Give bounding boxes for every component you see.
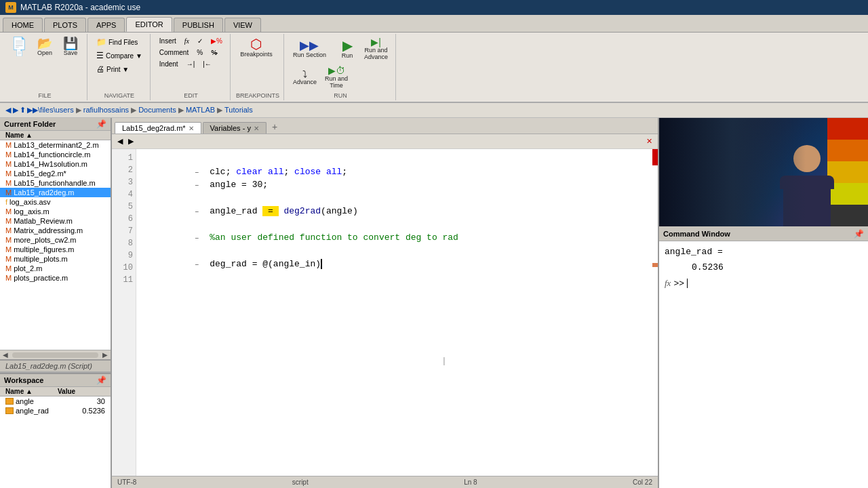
editor-tab-add[interactable]: + bbox=[268, 120, 281, 134]
cf-item-matlab-review[interactable]: MMatlab_Review.m bbox=[0, 216, 111, 226]
cf-item-lab14hw[interactable]: MLab14_Hw1solution.m bbox=[0, 159, 111, 169]
uncomment-button[interactable]: %̶ bbox=[208, 47, 221, 58]
editor-tab-variables[interactable]: Variables - y ✕ bbox=[203, 122, 267, 134]
compare-label: Compare ▼ bbox=[106, 52, 142, 60]
indent-left-button[interactable]: |← bbox=[199, 58, 215, 70]
find-files-button[interactable]: 📁 Find Files bbox=[93, 35, 141, 49]
code-line-3 bbox=[142, 178, 652, 192]
code-editor[interactable]: – clc; clear all; close all; – angle = 3… bbox=[136, 149, 658, 476]
ws-item-angle[interactable]: angle 30 bbox=[0, 396, 111, 406]
line-numbers: 1 2 3 4 5 6 7 8 9 10 11 bbox=[112, 149, 136, 476]
save-button[interactable]: 💾 Save bbox=[58, 35, 83, 58]
tab-editor[interactable]: EDITOR bbox=[126, 17, 172, 32]
run-section-button[interactable]: ▶▶ Run Section bbox=[290, 37, 330, 60]
compare-button[interactable]: ☰ Compare ▼ bbox=[93, 49, 146, 62]
cf-item-lab13[interactable]: MLab13_determinant2_2.m bbox=[0, 140, 111, 150]
tab-home[interactable]: HOME bbox=[3, 18, 43, 32]
new-button[interactable]: 📄 📄 bbox=[7, 35, 31, 58]
cf-item-logasv[interactable]: flog_axis.asv bbox=[0, 197, 111, 207]
editor-content[interactable]: 1 2 3 4 5 6 7 8 9 10 11 – cl bbox=[112, 149, 658, 476]
cf-column-header: Name ▲ bbox=[0, 131, 111, 140]
cf-item-logm[interactable]: Mlog_axis.m bbox=[0, 207, 111, 216]
advance-button[interactable]: ⤵ Advance bbox=[290, 67, 320, 87]
cf-file-icon: M bbox=[5, 150, 12, 159]
tab-plots[interactable]: PLOTS bbox=[44, 18, 86, 32]
cf-item-lab15deg2[interactable]: MLab15_deg2.m* bbox=[0, 169, 111, 178]
editor-tab-lab15-close[interactable]: ✕ bbox=[189, 125, 194, 132]
editor-tab-lab15[interactable]: Lab15_deg2rad.m* ✕ bbox=[115, 122, 201, 134]
cf-item-plotspractice[interactable]: Mplots_practice.m bbox=[0, 273, 111, 283]
cw-prompt-area: fx >> bbox=[665, 278, 863, 289]
run-check-button[interactable]: ✓ bbox=[194, 35, 206, 47]
comment-pct-button[interactable]: % bbox=[193, 47, 206, 58]
ws-name-col[interactable]: Name ▲ bbox=[5, 388, 58, 395]
cf-item-multifig[interactable]: Mmultiple_figures.m bbox=[0, 245, 111, 254]
app-icon: M bbox=[5, 2, 16, 13]
current-folder-pin[interactable]: 📌 bbox=[96, 119, 106, 129]
cf-horizontal-scrollbar[interactable]: ◀ ▶ bbox=[0, 350, 111, 359]
run-advance-button[interactable]: ▶| Run andAdvance bbox=[361, 35, 391, 62]
cf-file-icon: M bbox=[5, 245, 12, 253]
indent-right-button[interactable]: →| bbox=[183, 58, 199, 70]
cf-file-icon: M bbox=[5, 188, 12, 197]
breadcrumb-docs[interactable]: Documents bbox=[138, 106, 176, 114]
ws-value-col[interactable]: Value bbox=[58, 388, 105, 395]
editor-secondary-bar: ◀ ▶ ✕ bbox=[112, 134, 658, 149]
ws-item-angle-rad[interactable]: angle_rad 0.5236 bbox=[0, 406, 111, 415]
code-line-7 bbox=[142, 231, 652, 245]
cf-item-matrix[interactable]: MMatrix_addressing.m bbox=[0, 226, 111, 235]
cf-item-lab15rad2deg[interactable]: MLab15_rad2deg.m bbox=[0, 188, 111, 197]
print-label: Print ▼ bbox=[106, 66, 129, 73]
secondary-fwd-btn[interactable]: ▶ bbox=[125, 137, 136, 146]
edit-group-label: EDIT bbox=[156, 91, 226, 99]
code-line-4: – angle_rad = deg2rad(angle) bbox=[142, 192, 652, 205]
workspace-pin[interactable]: 📌 bbox=[96, 375, 106, 385]
tab-view[interactable]: VIEW bbox=[224, 18, 261, 32]
run-row2: ⤵ Advance ▶⏱ Run andTime bbox=[290, 64, 351, 91]
command-window-content[interactable]: angle_rad = 0.5236 fx >> bbox=[659, 241, 868, 488]
run-check2-button[interactable]: ▶% bbox=[208, 35, 226, 47]
editor-tab-variables-close[interactable]: ✕ bbox=[254, 125, 259, 132]
line-num-7: 7 bbox=[115, 225, 133, 237]
webcam-bg bbox=[659, 118, 868, 226]
run-advance-icon: ▶| bbox=[371, 37, 381, 47]
line-num-10: 10 bbox=[115, 262, 133, 274]
cf-item-moreplots[interactable]: Mmore_plots_cw2.m bbox=[0, 235, 111, 245]
cf-name-col[interactable]: Name ▲ bbox=[5, 131, 33, 139]
save-label: Save bbox=[64, 49, 78, 56]
breadcrumb-raful[interactable]: rafiulhossains bbox=[83, 106, 129, 114]
fx-button[interactable]: fx bbox=[181, 35, 193, 47]
edit-row3: Indent →| |← bbox=[156, 58, 215, 70]
cw-var-name: angle_rad = bbox=[665, 247, 723, 257]
cf-item-multiplots[interactable]: Mmultiple_plots.m bbox=[0, 254, 111, 264]
open-button[interactable]: 📂 Open bbox=[33, 35, 57, 58]
cf-item-plot2[interactable]: Mplot_2.m bbox=[0, 264, 111, 273]
comment-button[interactable]: Comment bbox=[156, 47, 192, 58]
scroll-right-arrow[interactable]: ▶ bbox=[100, 351, 111, 359]
breadcrumb-matlab[interactable]: MATLAB bbox=[186, 106, 215, 114]
cw-pin[interactable]: 📌 bbox=[854, 229, 864, 239]
breakpoints-button[interactable]: ⬡ Breakpoints bbox=[236, 35, 277, 60]
run-section-area: ▶▶ Run Section bbox=[290, 37, 330, 60]
tab-apps[interactable]: APPS bbox=[87, 18, 125, 32]
insert-button[interactable]: Insert bbox=[156, 35, 180, 47]
breadcrumb-root[interactable]: ▶▶\files\users bbox=[27, 106, 74, 114]
secondary-back-btn[interactable]: ◀ bbox=[115, 137, 125, 146]
line-num-3: 3 bbox=[115, 176, 133, 188]
open-label: Open bbox=[37, 49, 52, 56]
tab-publish[interactable]: PUBLISH bbox=[174, 18, 223, 32]
breadcrumb-up[interactable]: ⬆ bbox=[20, 106, 26, 115]
breadcrumb-nav-arrows[interactable]: ◀ ▶ bbox=[5, 106, 18, 115]
breadcrumb-tutorials[interactable]: Tutorials bbox=[224, 106, 253, 114]
scroll-track[interactable] bbox=[12, 352, 98, 358]
run-button[interactable]: ▶ Run bbox=[335, 37, 359, 61]
run-time-button[interactable]: ▶⏱ Run andTime bbox=[321, 64, 351, 91]
indent-button[interactable]: Indent bbox=[156, 58, 182, 70]
cf-item-lab14fc[interactable]: MLab14_functioncircle.m bbox=[0, 150, 111, 159]
cf-item-lab15fh[interactable]: MLab15_functionhandle.m bbox=[0, 178, 111, 188]
scroll-left-arrow[interactable]: ◀ bbox=[0, 351, 11, 359]
secondary-close-btn[interactable]: ✕ bbox=[644, 137, 655, 146]
ws-var-icon bbox=[5, 407, 14, 414]
cw-prompt-symbol: >> bbox=[673, 279, 684, 289]
print-button[interactable]: 🖨 Print ▼ bbox=[93, 62, 132, 76]
